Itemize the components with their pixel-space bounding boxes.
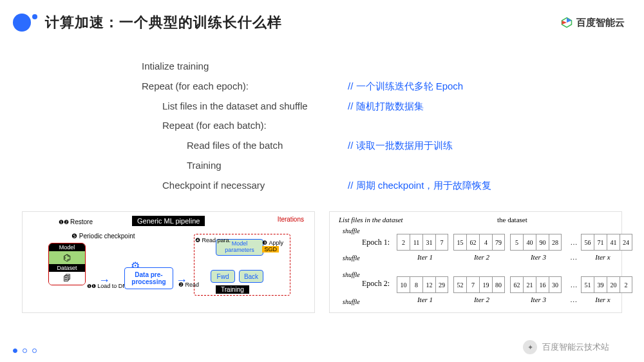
- epoch2-label: Epoch 2:: [362, 279, 390, 289]
- title-wrap: 计算加速：一个典型的训练长什么样: [13, 12, 282, 33]
- brand: 百度智能云: [561, 17, 625, 29]
- iter-labels-2: Iter 1 Iter 2 Iter 3 … Iter x: [397, 296, 625, 303]
- epoch-panel: List files in the dataset the dataset sh…: [329, 211, 622, 313]
- header: 计算加速：一个典型的训练长什么样 百度智能云: [0, 0, 644, 39]
- dataset-heading: the dataset: [497, 216, 527, 224]
- pseudo-line: Repeat (for each batch):: [142, 116, 348, 136]
- diagrams-row: Generic ML pipeline Iterations Restore P…: [22, 211, 622, 313]
- pseudo-line: List files in the dataset and shuffle: [142, 97, 348, 117]
- dataset-icon: 🗐: [49, 272, 85, 285]
- dataset-label: Dataset: [49, 264, 85, 272]
- shuffle-label: shuffle: [343, 227, 360, 234]
- pager: [13, 348, 37, 353]
- preprocessing-box: Data pre-processing: [124, 267, 173, 289]
- shuffle-label: shuffle: [343, 254, 360, 262]
- pseudocode: Intialize training Repeat (for each epoc…: [142, 57, 644, 195]
- read-para-label: Read para.: [195, 238, 231, 244]
- pseudo-comment: // 读取一批数据用于训练: [348, 136, 453, 156]
- pseudo-line: Intialize training: [142, 57, 348, 77]
- list-files-label: List files in the dataset: [339, 216, 403, 224]
- wechat-icon: ✦: [523, 340, 537, 354]
- arrow-icon: →: [99, 274, 110, 287]
- epoch1-cells: 211317 1562479 5409028 … 56714124: [397, 234, 632, 251]
- arrow-icon: →: [176, 274, 187, 287]
- apply-sgd-label: ApplySGD: [262, 240, 283, 253]
- page-title: 计算加速：一个典型的训练长什么样: [45, 13, 282, 32]
- iterations-label: Iterations: [278, 216, 304, 223]
- pseudo-comment: // 随机打散数据集: [348, 97, 424, 117]
- shuffle-label: shuffle: [343, 271, 360, 278]
- title-bullet-icon: [13, 12, 35, 33]
- pseudo-comment: // 一个训练迭代多轮 Epoch: [348, 77, 463, 97]
- fwd-box: Fwd: [211, 270, 235, 283]
- pseudo-line: Training: [142, 156, 348, 176]
- training-label: Training: [216, 285, 249, 294]
- epoch2-cells: 1081229 5271980 62211630 … 5139202: [397, 276, 632, 293]
- iter-labels-1: Iter 1 Iter 2 Iter 3 … Iter x: [397, 253, 625, 261]
- shuffle-label: shuffle: [343, 298, 360, 305]
- pager-dot[interactable]: [32, 348, 37, 353]
- watermark-text: 百度智能云技术站: [542, 341, 609, 353]
- pipeline-panel: Generic ML pipeline Iterations Restore P…: [22, 211, 315, 313]
- brand-text: 百度智能云: [576, 17, 625, 29]
- epoch1-label: Epoch 1:: [362, 238, 390, 247]
- pseudo-line: Checkpoint if necessary: [142, 176, 348, 196]
- pseudo-line: Read files of the batch: [142, 136, 348, 156]
- pager-dot[interactable]: [23, 348, 27, 353]
- pipeline-title: Generic ML pipeline: [132, 216, 205, 226]
- periodic-checkpoint-label: Periodic checkpoint: [71, 233, 135, 240]
- pager-dot[interactable]: [13, 348, 17, 353]
- pseudo-comment: // 周期 checkpoint，用于故障恢复: [348, 176, 491, 196]
- pseudo-line: Repeat (for each epoch):: [142, 77, 348, 97]
- model-label: Model: [49, 243, 85, 251]
- model-icon: ⌬: [49, 251, 85, 264]
- brand-logo-icon: [561, 17, 573, 28]
- watermark: ✦ 百度智能云技术站: [523, 340, 609, 354]
- back-box: Back: [239, 270, 263, 283]
- storage-stack: Model ⌬ Dataset 🗐: [48, 243, 86, 285]
- svg-marker-2: [562, 21, 567, 24]
- restore-label: Restore: [59, 218, 93, 225]
